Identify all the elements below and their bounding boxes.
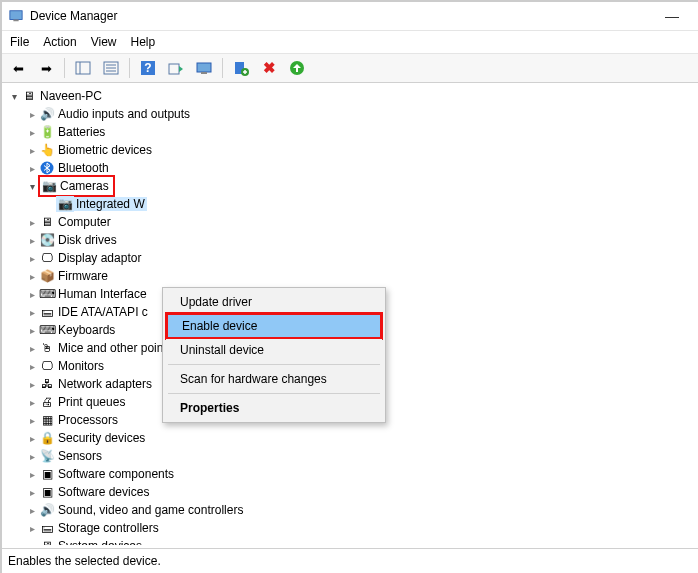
tree-node-disk[interactable]: 💽 Disk drives xyxy=(8,231,698,249)
svg-rect-1 xyxy=(13,20,18,22)
keyboard-icon: ⌨ xyxy=(38,322,56,338)
expand-icon[interactable] xyxy=(26,181,38,192)
add-legacy-button[interactable] xyxy=(229,56,253,80)
svg-rect-12 xyxy=(197,63,211,72)
tree-node-sensors[interactable]: 📡 Sensors xyxy=(8,447,698,465)
audio-icon: 🔊 xyxy=(38,106,56,122)
expand-icon[interactable] xyxy=(26,541,38,546)
expand-icon[interactable] xyxy=(26,307,38,318)
forward-icon: ➡ xyxy=(41,61,52,76)
tree-node-sw-components[interactable]: ▣ Software components xyxy=(8,465,698,483)
svg-text:?: ? xyxy=(144,61,151,75)
device-tree[interactable]: 🖥 Naveen-PC 🔊 Audio inputs and outputs 🔋… xyxy=(2,83,698,545)
uninstall-button[interactable]: ✖ xyxy=(257,56,281,80)
svg-rect-0 xyxy=(10,11,22,20)
expand-icon[interactable] xyxy=(26,343,38,354)
sensor-icon: 📡 xyxy=(38,448,56,464)
svg-marker-11 xyxy=(179,66,183,72)
expand-icon[interactable] xyxy=(26,235,38,246)
scan-button[interactable] xyxy=(192,56,216,80)
expand-icon[interactable] xyxy=(26,361,38,372)
expand-icon[interactable] xyxy=(26,271,38,282)
update-driver-button[interactable] xyxy=(164,56,188,80)
menubar: File Action View Help xyxy=(2,31,698,54)
ctx-enable-device[interactable]: Enable device xyxy=(168,315,380,337)
expand-icon[interactable] xyxy=(26,109,38,120)
expand-icon[interactable] xyxy=(26,451,38,462)
hid-icon: ⌨ xyxy=(38,286,56,302)
tree-root[interactable]: 🖥 Naveen-PC xyxy=(8,87,698,105)
properties-button[interactable] xyxy=(99,56,123,80)
forward-button[interactable]: ➡ xyxy=(34,56,58,80)
tree-node-sw-devices[interactable]: ▣ Software devices xyxy=(8,483,698,501)
computer-icon: 🖥 xyxy=(38,214,56,230)
expand-icon[interactable] xyxy=(26,487,38,498)
expand-icon[interactable] xyxy=(26,433,38,444)
enable-button[interactable] xyxy=(285,56,309,80)
disk-icon: 💽 xyxy=(38,232,56,248)
firmware-icon: 📦 xyxy=(38,268,56,284)
software-icon: ▣ xyxy=(38,484,56,500)
tree-node-storage[interactable]: 🖴 Storage controllers xyxy=(8,519,698,537)
network-icon: 🖧 xyxy=(38,376,56,392)
expand-icon[interactable] xyxy=(26,253,38,264)
menu-file[interactable]: File xyxy=(10,35,29,49)
app-icon xyxy=(8,8,24,24)
tree-node-integrated-webcam[interactable]: 📷 Integrated W xyxy=(8,195,698,213)
expand-icon[interactable] xyxy=(26,415,38,426)
ctx-properties[interactable]: Properties xyxy=(166,397,382,419)
tree-node-batteries[interactable]: 🔋 Batteries xyxy=(8,123,698,141)
expand-icon[interactable] xyxy=(26,163,38,174)
context-menu: Update driver Enable device Uninstall de… xyxy=(162,287,386,423)
expand-icon[interactable] xyxy=(26,523,38,534)
battery-icon: 🔋 xyxy=(38,124,56,140)
menu-action[interactable]: Action xyxy=(43,35,76,49)
expand-icon[interactable] xyxy=(8,91,20,102)
minimize-button[interactable]: — xyxy=(652,8,692,24)
svg-rect-13 xyxy=(201,72,207,74)
expand-icon[interactable] xyxy=(26,289,38,300)
tree-node-sound[interactable]: 🔊 Sound, video and game controllers xyxy=(8,501,698,519)
ctx-update-driver[interactable]: Update driver xyxy=(166,291,382,313)
highlight-box: 📷 Cameras xyxy=(38,175,115,197)
expand-icon[interactable] xyxy=(26,505,38,516)
expand-icon[interactable] xyxy=(26,217,38,228)
highlight-box: Enable device xyxy=(165,312,383,340)
tree-node-cameras[interactable]: 📷 Cameras xyxy=(8,177,698,195)
biometric-icon: 👆 xyxy=(38,142,56,158)
expand-icon[interactable] xyxy=(26,325,38,336)
ctx-uninstall-device[interactable]: Uninstall device xyxy=(166,339,382,361)
ctx-separator xyxy=(168,364,380,365)
tree-node-display[interactable]: 🖵 Display adaptor xyxy=(8,249,698,267)
display-icon: 🖵 xyxy=(38,250,56,266)
toolbar-separator xyxy=(129,58,130,78)
ctx-scan-hardware[interactable]: Scan for hardware changes xyxy=(166,368,382,390)
statusbar: Enables the selected device. xyxy=(2,548,698,573)
back-button[interactable]: ⬅ xyxy=(6,56,30,80)
show-hide-tree-button[interactable] xyxy=(71,56,95,80)
expand-icon[interactable] xyxy=(26,469,38,480)
tree-node-audio[interactable]: 🔊 Audio inputs and outputs xyxy=(8,105,698,123)
tree-node-computer[interactable]: 🖥 Computer xyxy=(8,213,698,231)
bluetooth-icon xyxy=(38,160,56,176)
svg-rect-10 xyxy=(169,64,179,74)
menu-help[interactable]: Help xyxy=(131,35,156,49)
tree-node-system[interactable]: 🖥 System devices xyxy=(8,537,698,545)
software-icon: ▣ xyxy=(38,466,56,482)
status-text: Enables the selected device. xyxy=(8,554,161,568)
expand-icon[interactable] xyxy=(26,397,38,408)
expand-icon[interactable] xyxy=(26,127,38,138)
tree-node-security[interactable]: 🔒 Security devices xyxy=(8,429,698,447)
camera-icon: 📷 xyxy=(56,196,74,212)
expand-icon[interactable] xyxy=(26,379,38,390)
window-title: Device Manager xyxy=(30,9,117,23)
toolbar: ⬅ ➡ ? ✖ xyxy=(2,54,698,83)
system-icon: 🖥 xyxy=(38,538,56,545)
menu-view[interactable]: View xyxy=(91,35,117,49)
ctx-separator xyxy=(168,393,380,394)
tree-node-firmware[interactable]: 📦 Firmware xyxy=(8,267,698,285)
ide-icon: 🖴 xyxy=(38,304,56,320)
help-button[interactable]: ? xyxy=(136,56,160,80)
tree-node-biometric[interactable]: 👆 Biometric devices xyxy=(8,141,698,159)
expand-icon[interactable] xyxy=(26,145,38,156)
